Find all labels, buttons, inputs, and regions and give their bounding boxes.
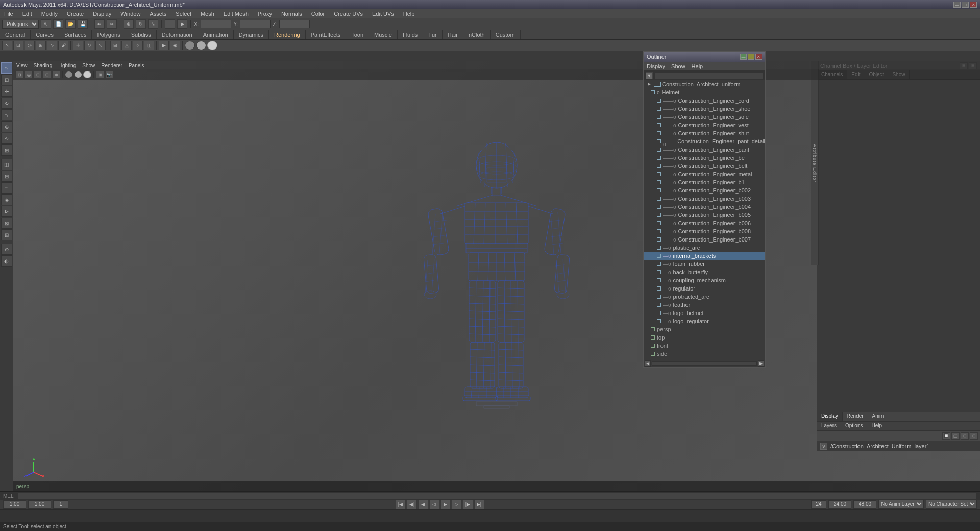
tool-new[interactable]: 📄 bbox=[53, 19, 63, 29]
menu-normals[interactable]: Normals bbox=[279, 10, 304, 17]
tool-snap[interactable]: ⋮ bbox=[165, 19, 175, 29]
tool-soft[interactable]: ∿ bbox=[1, 133, 12, 144]
next-key-btn[interactable]: |▶ bbox=[463, 500, 473, 509]
vp-tool5[interactable]: ⊕ bbox=[52, 71, 60, 78]
outliner-item-back-butterfly[interactable]: —o back_butterfly bbox=[644, 268, 765, 276]
menu-window[interactable]: Window bbox=[118, 10, 142, 17]
step-fwd-btn[interactable]: ▷ bbox=[452, 500, 462, 509]
anim-layer-select[interactable]: No Anim Layer bbox=[878, 500, 924, 509]
menu-create-uvs[interactable]: Create UVs bbox=[332, 10, 365, 17]
play-back-btn[interactable]: ◁ bbox=[429, 500, 439, 509]
outliner-item-pant[interactable]: ——o Construction_Engineer_pant bbox=[644, 146, 765, 154]
outliner-item-plastic-arc[interactable]: —o plastic_arc bbox=[644, 244, 765, 252]
outliner-menu-show[interactable]: Show bbox=[671, 63, 685, 69]
jump-start-btn[interactable]: |◀ bbox=[396, 500, 406, 509]
menu-help[interactable]: Help bbox=[401, 10, 417, 17]
y-field[interactable] bbox=[240, 20, 271, 28]
tool-translate[interactable]: ⊕ bbox=[124, 19, 134, 29]
outliner-item-belt[interactable]: ——o Construction_Engineer_belt bbox=[644, 162, 765, 170]
outliner-item-vest[interactable]: ——o Construction_Engineer_vest bbox=[644, 121, 765, 129]
tool-scale2[interactable]: ⤡ bbox=[1, 109, 12, 120]
cb-subtab-help[interactable]: Help bbox=[867, 422, 886, 430]
menu-edit[interactable]: Edit bbox=[20, 10, 34, 17]
menu-file[interactable]: File bbox=[2, 10, 15, 17]
menu-create[interactable]: Create bbox=[65, 10, 86, 17]
tool-render-layer[interactable]: ⊟ bbox=[1, 171, 12, 182]
tool-redo[interactable]: ↪ bbox=[107, 19, 117, 29]
menu-mesh[interactable]: Mesh bbox=[199, 10, 216, 17]
cb-subtab-layers[interactable]: Layers bbox=[817, 422, 841, 430]
tab-fur[interactable]: Fur bbox=[423, 30, 443, 39]
vp-tool1[interactable]: ⊡ bbox=[15, 71, 23, 78]
playback-end-field[interactable] bbox=[853, 500, 876, 509]
tool-save[interactable]: 💾 bbox=[78, 19, 88, 29]
outliner-item-coupling[interactable]: —o coupling_mechanism bbox=[644, 276, 765, 284]
vp-menu-shading[interactable]: Shading bbox=[34, 63, 53, 68]
tool-snap3[interactable]: ○ bbox=[133, 41, 143, 50]
vp-cam[interactable]: 📷 bbox=[105, 71, 113, 78]
tool-attr-spread[interactable]: ⊞ bbox=[1, 229, 12, 240]
current-frame-field[interactable] bbox=[3, 500, 26, 509]
outliner-item-logo-regulator[interactable]: —o logo_regulator bbox=[644, 317, 765, 325]
tool-paint-select[interactable]: ⊡ bbox=[1, 74, 12, 85]
tool-display-layer[interactable]: ◫ bbox=[1, 159, 12, 170]
tab-toon[interactable]: Toon bbox=[346, 30, 369, 39]
tab-polygons[interactable]: Polygons bbox=[92, 30, 126, 39]
tool-ipr[interactable]: ◉ bbox=[170, 41, 180, 50]
vp-shade1[interactable] bbox=[65, 71, 73, 78]
range-start-label[interactable] bbox=[53, 500, 68, 509]
tool-render[interactable]: ▶ bbox=[177, 19, 187, 29]
minimize-button[interactable]: — bbox=[953, 2, 961, 8]
tab-custom[interactable]: Custom bbox=[491, 30, 521, 39]
tool-sculpt[interactable]: ⊙ bbox=[1, 244, 12, 255]
tool-paint[interactable]: 🖌 bbox=[58, 41, 68, 50]
menu-modify[interactable]: Modify bbox=[39, 10, 60, 17]
outliner-item-cord[interactable]: ——o Construction_Engineer_cord bbox=[644, 96, 765, 105]
tab-ncloth[interactable]: nCloth bbox=[463, 30, 491, 39]
vp-menu-view[interactable]: View bbox=[16, 63, 28, 68]
tool-sel3[interactable]: ◎ bbox=[24, 41, 35, 50]
tool-translate2[interactable]: ✛ bbox=[1, 86, 12, 97]
mode-selector[interactable]: Polygons bbox=[2, 20, 39, 29]
tool-render2[interactable]: ▶ bbox=[159, 41, 169, 50]
tab-subdivs[interactable]: Subdivs bbox=[126, 30, 157, 39]
cb-tab-display[interactable]: Display bbox=[817, 412, 843, 421]
tool-input-output[interactable]: ⊳ bbox=[1, 206, 12, 217]
vp-grid[interactable]: ⊞ bbox=[96, 71, 104, 78]
outliner-item-b008[interactable]: ——o Construction_Engineer_b008 bbox=[644, 227, 765, 235]
tool-undo[interactable]: ↩ bbox=[94, 19, 105, 29]
tool-open[interactable]: 📂 bbox=[65, 19, 76, 29]
tab-rendering[interactable]: Rendering bbox=[269, 30, 306, 39]
tab-painteffects[interactable]: PaintEffects bbox=[306, 30, 347, 39]
cb-tab-anim[interactable]: Anim bbox=[868, 412, 889, 421]
outliner-item-b003[interactable]: ——o Construction_Engineer_b003 bbox=[644, 195, 765, 203]
layer-item[interactable]: V /Construction_Architect_Uniform_layer1 bbox=[817, 441, 980, 451]
outliner-item-helmet[interactable]: o Helmet bbox=[644, 88, 765, 96]
layer-icon2[interactable]: ◫ bbox=[951, 432, 960, 440]
outliner-search-input[interactable] bbox=[655, 72, 763, 79]
tab-fluids[interactable]: Fluids bbox=[398, 30, 423, 39]
step-back-btn[interactable]: ◀ bbox=[418, 500, 428, 509]
tool-shade3[interactable] bbox=[207, 41, 217, 50]
x-field[interactable] bbox=[201, 20, 231, 28]
layer-icon4[interactable]: ⊞ bbox=[970, 432, 978, 440]
layer-icon3[interactable]: ⊟ bbox=[961, 432, 969, 440]
outliner-item-shoe[interactable]: ——o Construction_Engineer_shoe bbox=[644, 105, 765, 113]
outliner-item-b007[interactable]: ——o Construction_Engineer_b007 bbox=[644, 235, 765, 244]
vp-shade2[interactable] bbox=[74, 71, 82, 78]
outliner-item-shirt[interactable]: ——o Construction_Engineer_shirt bbox=[644, 129, 765, 137]
outliner-item-protracted-arc[interactable]: —o protracted_arc bbox=[644, 293, 765, 301]
tool-sel2[interactable]: ⊡ bbox=[13, 41, 23, 50]
outliner-item-root[interactable]: Construction_Architect_uniform bbox=[644, 80, 765, 88]
tool-select-mode[interactable]: ↖ bbox=[1, 62, 12, 74]
tool-scale[interactable]: ⤡ bbox=[148, 19, 158, 29]
outliner-item-be[interactable]: ——o Construction_Engineer_be bbox=[644, 154, 765, 162]
tool-snap1[interactable]: ⊞ bbox=[110, 41, 120, 50]
vp-menu-lighting[interactable]: Lighting bbox=[58, 63, 76, 68]
outliner-menu-display[interactable]: Display bbox=[647, 63, 665, 69]
outliner-item-logo-helmet[interactable]: —o logo_helmet bbox=[644, 309, 765, 317]
vp-tool3[interactable]: ⊞ bbox=[34, 71, 42, 78]
vp-shade3[interactable] bbox=[83, 71, 91, 78]
outliner-maximize[interactable]: □ bbox=[748, 54, 754, 60]
play-forward-btn[interactable]: ▶ bbox=[440, 500, 451, 509]
